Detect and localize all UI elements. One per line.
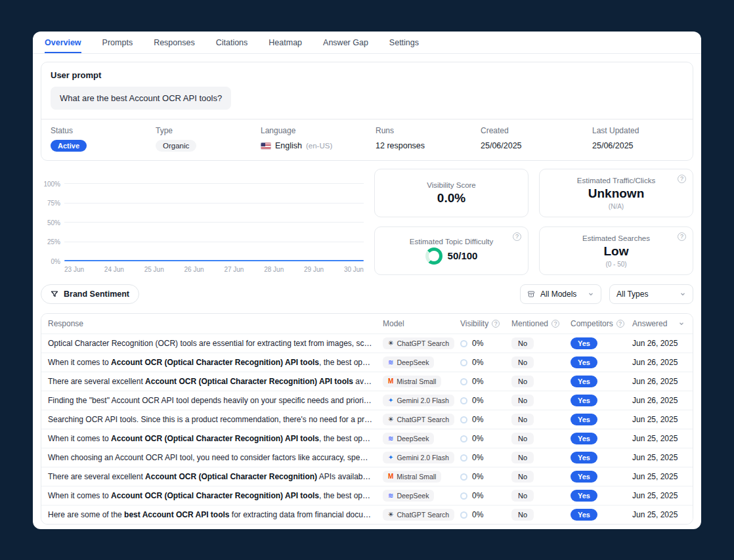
help-icon[interactable]: ? — [678, 232, 686, 241]
mentioned-cell: No — [511, 471, 571, 483]
visibility-cell: 0% — [460, 434, 511, 443]
tab-settings[interactable]: Settings — [389, 32, 419, 53]
model-badge: ✦Gemini 2.0 Flash — [383, 395, 454, 406]
table-row[interactable]: When it comes to Account OCR (Optical Ch… — [41, 486, 693, 505]
model-badge: MMistral Small — [383, 471, 441, 483]
openai-icon: ✳ — [388, 416, 393, 423]
competitors-cell: Yes — [571, 395, 632, 406]
column-label: Response — [48, 319, 83, 328]
brand-sentiment-button[interactable]: Brand Sentiment — [41, 284, 139, 304]
help-icon[interactable]: ? — [492, 320, 500, 328]
column-header-competitors: Competitors? — [571, 319, 632, 328]
meta-field-last-updated: Last Updated25/06/2025 — [592, 126, 639, 152]
response-cell: Optical Character Recognition (OCR) tool… — [41, 334, 383, 353]
grid-line: 100% — [64, 183, 364, 184]
tab-overview[interactable]: Overview — [45, 32, 81, 53]
help-icon[interactable]: ? — [513, 232, 521, 241]
us-flag-icon — [261, 142, 271, 150]
model-name: ChatGPT Search — [397, 416, 449, 423]
mentioned-chip: No — [511, 337, 534, 349]
visibility-value: 0% — [472, 453, 483, 462]
visibility-cell: 0% — [460, 339, 511, 348]
table-row[interactable]: There are several excellent Account OCR … — [41, 372, 693, 391]
mistral-icon: M — [388, 378, 393, 385]
visibility-ring-icon — [460, 340, 467, 347]
sort-chevron-icon[interactable] — [678, 320, 685, 327]
response-text: APIs available, depending on your... — [317, 472, 383, 481]
visibility-cell: 0% — [460, 396, 511, 405]
types-dropdown-value: All Types — [616, 290, 674, 299]
response-text: Account OCR (Optical Character Recogniti… — [145, 472, 317, 481]
answered-cell: Jun 26, 2025 — [632, 339, 693, 348]
tab-heatmap[interactable]: Heatmap — [269, 32, 302, 53]
table-row[interactable]: There are several excellent Account OCR … — [41, 467, 693, 486]
help-icon[interactable]: ? — [678, 175, 686, 183]
table-row[interactable]: When it comes to Account OCR (Optical Ch… — [41, 353, 693, 372]
response-text: , the best options depend on you... — [319, 491, 383, 500]
chart-and-stats: 100%75%50%25%0% 23 Jun24 Jun25 Jun26 Jun… — [41, 169, 693, 275]
table-row[interactable]: When choosing an Account OCR API tool, y… — [41, 448, 693, 467]
filter-funnel-icon — [51, 290, 58, 298]
response-text: When it comes to — [48, 491, 111, 500]
tab-citations[interactable]: Citations — [216, 32, 248, 53]
competitors-chip: Yes — [571, 509, 597, 521]
answered-cell: Jun 25, 2025 — [632, 510, 693, 519]
table-row[interactable]: When it comes to Account OCR (Optical Ch… — [41, 429, 693, 448]
visibility-value: 0% — [472, 396, 483, 405]
models-dropdown[interactable]: All Models — [520, 284, 601, 304]
mentioned-chip: No — [511, 376, 534, 387]
model-badge: ✦Gemini 2.0 Flash — [383, 452, 454, 463]
response-text: , the best options depend on you... — [319, 358, 383, 367]
meta-value: Organic — [156, 139, 261, 152]
page-background: { "tabs": [ {"label": "Overview", "activ… — [0, 0, 734, 560]
meta-value: 25/06/2025 — [481, 139, 592, 152]
visibility-value: 0% — [472, 358, 483, 367]
table-row[interactable]: Optical Character Recognition (OCR) tool… — [41, 334, 693, 353]
x-axis-label: 27 Jun — [224, 266, 244, 273]
response-cell: Finding the "best" Account OCR API tool … — [41, 391, 383, 410]
brand-sentiment-label: Brand Sentiment — [64, 290, 129, 299]
tab-responses[interactable]: Responses — [154, 32, 195, 53]
tab-answer-gap[interactable]: Answer Gap — [323, 32, 368, 53]
competitors-chip: Yes — [571, 452, 597, 463]
column-header-answered: Answered — [632, 319, 693, 328]
model-badge: ≋DeepSeek — [383, 356, 434, 368]
stat-card-title: Estimated Topic Difficulty — [410, 238, 493, 246]
stat-card-sub: (0 - 50) — [605, 261, 626, 268]
x-axis: 23 Jun24 Jun25 Jun26 Jun27 Jun28 Jun29 J… — [64, 266, 364, 273]
mistral-icon: M — [388, 473, 393, 480]
x-axis-label: 29 Jun — [304, 266, 324, 273]
help-icon[interactable]: ? — [616, 320, 624, 328]
help-icon[interactable]: ? — [551, 320, 559, 328]
meta-label: Last Updated — [592, 126, 639, 135]
tab-prompts[interactable]: Prompts — [102, 32, 133, 53]
response-text: Account OCR (Optical Character Recogniti… — [111, 358, 319, 367]
response-cell: When choosing an Account OCR API tool, y… — [41, 448, 383, 467]
difficulty-gauge-icon — [425, 248, 443, 265]
table-row[interactable]: Finding the "best" Account OCR API tool … — [41, 391, 693, 410]
y-axis-label: 25% — [38, 238, 60, 246]
column-header-model: Model — [383, 319, 460, 328]
model-name: Gemini 2.0 Flash — [397, 454, 448, 462]
types-dropdown[interactable]: All Types — [609, 284, 693, 304]
mentioned-chip: No — [511, 490, 534, 502]
response-cell: There are several excellent Account OCR … — [41, 372, 383, 391]
column-label: Visibility — [460, 319, 488, 328]
visibility-ring-icon — [460, 416, 467, 423]
model-badge: MMistral Small — [383, 376, 441, 387]
mentioned-cell: No — [511, 452, 571, 463]
model-cell: ✦Gemini 2.0 Flash — [383, 395, 460, 406]
mentioned-chip: No — [511, 356, 534, 368]
main-content: User prompt What are the best Account OC… — [33, 62, 701, 525]
responses-table: ResponseModelVisibility?Mentioned?Compet… — [41, 313, 693, 525]
response-text: available, depending on... — [353, 377, 383, 386]
response-cell: Searching OCR API tools. Since this is a… — [41, 410, 383, 429]
column-label: Competitors — [571, 319, 613, 328]
column-label: Answered — [632, 319, 667, 328]
stat-card-visibility-score: Visibility Score0.0% — [374, 169, 529, 217]
model-cell: ✳ChatGPT Search — [383, 509, 460, 521]
status-badge: Active — [51, 140, 87, 152]
meta-label: Status — [51, 126, 156, 135]
table-row[interactable]: Searching OCR API tools. Since this is a… — [41, 410, 693, 429]
table-row[interactable]: Here are some of the best Account OCR AP… — [41, 505, 693, 524]
